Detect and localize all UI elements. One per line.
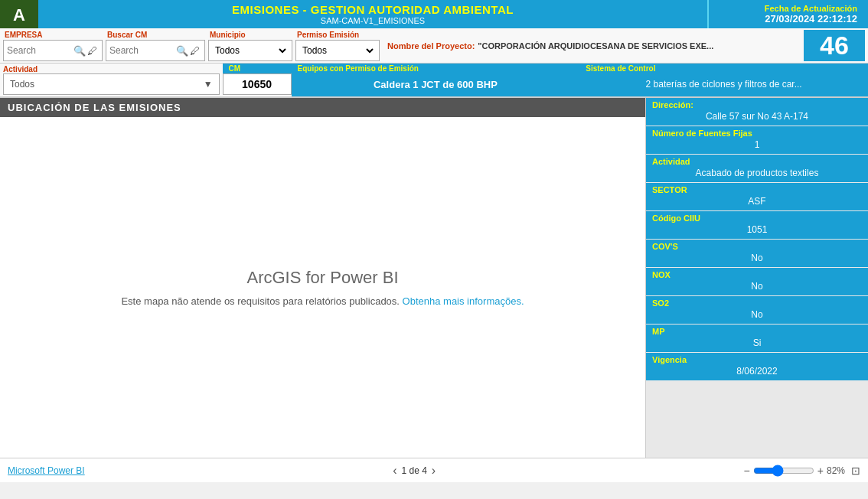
pagination-next-button[interactable]: ›	[432, 464, 436, 478]
info-card-value-4: 1051	[646, 223, 868, 239]
arcgis-title: ArcGIS for Power BI	[246, 268, 398, 288]
sistema-label: Sistema de Control	[579, 64, 868, 73]
svg-text:A: A	[13, 5, 25, 24]
info-card-label-7: SO2	[646, 296, 868, 308]
proyecto-label: Nombre del Proyecto:	[387, 41, 475, 51]
search-icon: 🔍	[73, 45, 86, 57]
proyecto-section: Nombre del Proyecto: "CORPORACIÓN ARQUID…	[383, 30, 801, 61]
equipo-label: Equipos con Permiso de Emisión	[292, 64, 580, 73]
sistema-value-box: 2 baterías de ciclones y filtros de car.…	[579, 73, 868, 95]
proyecto-value: "CORPORACIÓN ARQUIDIOCESANA DE SERVICIOS…	[478, 41, 796, 51]
powerbi-link[interactable]: Microsoft Power BI	[8, 465, 85, 476]
buscar-cm-search-input[interactable]	[109, 45, 175, 56]
pagination: ‹ 1 de 4 ›	[393, 464, 436, 478]
permiso-filter-group: Permiso Emisión Todos	[295, 30, 380, 61]
buscar-cm-label: Buscar CM	[106, 30, 205, 40]
info-card-2: Actividad Acabado de productos textiles	[646, 155, 868, 182]
permiso-label: Permiso Emisión	[295, 30, 380, 40]
bottom-bar: Microsoft Power BI ‹ 1 de 4 › − + 82% ⊡	[0, 458, 868, 482]
info-card-label-4: Código CIIU	[646, 211, 868, 223]
info-card-value-2: Acabado de productos textiles	[646, 166, 868, 182]
buscar-cm-filter-group: Buscar CM 🔍 🖊	[106, 30, 205, 61]
info-card-value-9: 8/06/2022	[646, 364, 868, 380]
header-logo: A	[0, 0, 38, 28]
map-header: UBICACIÓN DE LAS EMISIONES	[0, 98, 645, 117]
header-date-label: Fecha de Actualización	[765, 4, 857, 13]
zoom-plus-icon[interactable]: +	[817, 465, 824, 477]
info-card-value-0: Calle 57 sur No 43 A-174	[646, 109, 868, 126]
cm-group: CM 10650	[223, 64, 292, 96]
info-card-9: Vigencia 8/06/2022	[646, 353, 868, 380]
info-card-1: Número de Fuentes Fijas 1	[646, 126, 868, 154]
header-title: EMISIONES - GESTION AUTORIDAD AMBIENTAL	[232, 3, 514, 16]
info-card-value-5: No	[646, 251, 868, 267]
map-body: ArcGIS for Power BI Este mapa não atende…	[0, 117, 645, 458]
empresa-label: EMPRESA	[3, 30, 103, 40]
info-card-5: COV'S No	[646, 240, 868, 267]
municipio-select[interactable]: Todos	[212, 44, 289, 57]
equipo-value-box: Caldera 1 JCT de 600 BHP	[292, 73, 580, 95]
info-card-3: SECTOR ASF	[646, 183, 868, 210]
actividad-select-wrap[interactable]: Todos ▼	[3, 73, 220, 95]
header-center: EMISIONES - GESTION AUTORIDAD AMBIENTAL …	[38, 0, 707, 28]
info-card-label-1: Número de Fuentes Fijas	[646, 126, 868, 138]
info-card-value-3: ASF	[646, 194, 868, 210]
info-card-value-7: No	[646, 308, 868, 324]
arcgis-link[interactable]: Obtenha mais informações.	[403, 295, 524, 307]
sistema-group: Sistema de Control 2 baterías de ciclone…	[579, 64, 868, 96]
buscar-cm-input-wrap[interactable]: 🔍 🖊	[106, 40, 205, 61]
actividad-chevron-icon: ▼	[204, 79, 213, 90]
info-card-label-2: Actividad	[646, 155, 868, 166]
cm-value-box: 10650	[223, 73, 292, 95]
header-date-section: Fecha de Actualización 27/03/2024 22:12:…	[707, 0, 868, 28]
info-card-0: Dirección: Calle 57 sur No 43 A-174	[646, 98, 868, 126]
info-card-4: Código CIIU 1051	[646, 211, 868, 239]
actividad-filter-group: Actividad Todos ▼	[0, 64, 223, 96]
municipio-select-wrap[interactable]: Todos	[208, 40, 292, 61]
empresa-search-input[interactable]	[7, 45, 72, 56]
zoom-fit-button[interactable]: ⊡	[851, 465, 860, 477]
zoom-slider[interactable]	[753, 465, 814, 477]
actividad-label: Actividad	[3, 65, 220, 73]
cm-label: CM	[223, 64, 292, 73]
municipio-filter-group: Municipio Todos	[208, 30, 292, 61]
pagination-current: 1 de 4	[401, 465, 426, 476]
empresa-input-wrap[interactable]: 🔍 🖊	[3, 40, 103, 61]
zoom-minus-icon[interactable]: −	[744, 465, 750, 477]
proyecto-count: 46	[804, 30, 865, 61]
info-card-label-0: Dirección:	[646, 98, 868, 109]
permiso-select[interactable]: Todos	[299, 44, 376, 57]
equipo-group: Equipos con Permiso de Emisión Caldera 1…	[292, 64, 580, 96]
info-card-8: MP Si	[646, 325, 868, 352]
permiso-select-wrap[interactable]: Todos	[295, 40, 380, 61]
info-card-6: NOX No	[646, 268, 868, 295]
zoom-value: 82%	[827, 465, 845, 476]
zoom-bar: − + 82% ⊡	[744, 465, 860, 477]
info-card-label-3: SECTOR	[646, 183, 868, 194]
buscar-cm-search-icon: 🔍	[176, 45, 188, 57]
info-card-value-6: No	[646, 279, 868, 295]
info-card-label-9: Vigencia	[646, 353, 868, 364]
clear-icon[interactable]: 🖊	[87, 45, 97, 57]
empresa-filter-group: EMPRESA 🔍 🖊	[3, 30, 103, 61]
header-date-value: 27/03/2024 22:12:12	[765, 13, 857, 24]
municipio-label: Municipio	[208, 30, 292, 40]
map-area: UBICACIÓN DE LAS EMISIONES ArcGIS for Po…	[0, 98, 646, 458]
info-card-7: SO2 No	[646, 296, 868, 324]
actividad-value: Todos	[10, 79, 204, 90]
info-card-label-8: MP	[646, 325, 868, 336]
info-card-value-1: 1	[646, 138, 868, 154]
arcgis-subtitle: Este mapa não atende os requisitos para …	[121, 295, 524, 307]
header-subtitle: SAM-CAM-V1_EMISIONES	[321, 16, 425, 25]
info-card-label-5: COV'S	[646, 240, 868, 251]
buscar-cm-clear-icon[interactable]: 🖊	[190, 45, 200, 57]
right-panel: Dirección: Calle 57 sur No 43 A-174 Núme…	[646, 98, 868, 458]
pagination-prev-button[interactable]: ‹	[393, 464, 396, 478]
info-card-label-6: NOX	[646, 268, 868, 279]
info-card-value-8: Si	[646, 336, 868, 352]
